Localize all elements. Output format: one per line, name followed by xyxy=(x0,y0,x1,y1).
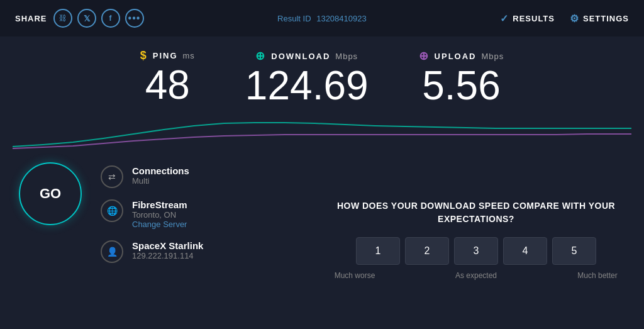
provider-icon: 👤 xyxy=(101,240,123,263)
connections-label: Connections xyxy=(132,165,189,176)
ping-metric: $ PING ms 48 xyxy=(140,49,195,106)
app-container: SHARE ⛓ 𝕏 f ••• Result ID 13208410923 ✓ … xyxy=(0,0,644,329)
connections-text: Connections Multi xyxy=(132,165,189,186)
result-id-section: Result ID 13208410923 xyxy=(277,14,367,23)
share-label: SHARE xyxy=(15,14,47,23)
isp-text: FibreStream Toronto, ON Change Server xyxy=(132,199,187,229)
isp-label: FibreStream xyxy=(132,199,187,210)
connections-icon: ⇄ xyxy=(101,165,123,188)
chart-svg xyxy=(13,112,631,150)
ping-unit: ms xyxy=(183,51,195,60)
rating-label-left: Much worse xyxy=(330,271,380,280)
rating-btn-3[interactable]: 3 xyxy=(454,237,498,265)
download-label-text: DOWNLOAD xyxy=(271,52,330,61)
download-metric: ⊕ DOWNLOAD Mbps 124.69 xyxy=(245,49,369,106)
link-share-button[interactable]: ⛓ xyxy=(53,9,72,28)
results-icon: ✓ xyxy=(500,13,509,25)
share-section: SHARE ⛓ 𝕏 f ••• xyxy=(15,9,144,28)
change-server-link[interactable]: Change Server xyxy=(132,220,187,229)
rating-btn-1[interactable]: 1 xyxy=(356,237,400,265)
isp-row: 🌐 FibreStream Toronto, ON Change Server xyxy=(101,199,203,229)
download-unit: Mbps xyxy=(335,52,358,61)
download-label: ⊕ DOWNLOAD Mbps xyxy=(245,49,369,63)
provider-label: SpaceX Starlink xyxy=(132,240,203,251)
speed-chart xyxy=(0,112,644,150)
connections-row: ⇄ Connections Multi xyxy=(101,165,203,188)
results-label: RESULTS xyxy=(513,14,555,23)
server-info: ⇄ Connections Multi 🌐 FibreStream Toront… xyxy=(101,162,203,263)
nav-section: ✓ RESULTS ⚙ SETTINGS xyxy=(500,13,629,25)
bottom-section: GO ⇄ Connections Multi 🌐 FibreStream Tor… xyxy=(0,150,644,329)
isp-icon: 🌐 xyxy=(101,199,123,222)
connections-value: Multi xyxy=(132,176,189,186)
ping-value: 48 xyxy=(140,65,195,105)
settings-label: SETTINGS xyxy=(583,14,629,23)
rating-btn-4[interactable]: 4 xyxy=(503,237,547,265)
settings-button[interactable]: ⚙ SETTINGS xyxy=(570,13,629,25)
twitter-share-button[interactable]: 𝕏 xyxy=(77,9,96,28)
result-id-value[interactable]: 13208410923 xyxy=(316,14,367,23)
rating-label-right: Much better xyxy=(572,271,623,280)
go-button[interactable]: GO xyxy=(19,162,82,225)
survey-question: HOW DOES YOUR DOWNLOAD SPEED COMPARE WIT… xyxy=(327,199,625,226)
rating-btn-2[interactable]: 2 xyxy=(405,237,449,265)
upload-label: ⊕ UPLOAD Mbps xyxy=(419,49,504,63)
upload-unit: Mbps xyxy=(482,52,504,61)
settings-icon: ⚙ xyxy=(570,13,579,25)
rating-label-center: As expected xyxy=(451,271,501,280)
upload-label-text: UPLOAD xyxy=(435,52,477,61)
provider-ip: 129.222.191.114 xyxy=(132,251,203,260)
ping-icon: $ xyxy=(140,49,148,62)
left-panel: GO ⇄ Connections Multi 🌐 FibreStream Tor… xyxy=(19,162,302,316)
rating-row: 1 2 3 4 5 xyxy=(327,237,625,265)
share-icons: ⛓ 𝕏 f ••• xyxy=(53,9,144,28)
metrics-bar: $ PING ms 48 ⊕ DOWNLOAD Mbps 124.69 ⊕ UP… xyxy=(0,36,644,112)
rating-btn-5[interactable]: 5 xyxy=(552,237,596,265)
upload-icon: ⊕ xyxy=(419,49,430,63)
provider-text: SpaceX Starlink 129.222.191.114 xyxy=(132,240,203,260)
download-icon: ⊕ xyxy=(255,49,266,63)
more-share-button[interactable]: ••• xyxy=(125,9,144,28)
download-value: 124.69 xyxy=(245,65,369,106)
results-button[interactable]: ✓ RESULTS xyxy=(500,13,555,25)
ping-label: $ PING ms xyxy=(140,49,195,62)
upload-value: 5.56 xyxy=(419,65,504,106)
facebook-share-button[interactable]: f xyxy=(101,9,120,28)
isp-location: Toronto, ON xyxy=(132,210,187,220)
survey-panel: HOW DOES YOUR DOWNLOAD SPEED COMPARE WIT… xyxy=(314,162,625,316)
provider-row: 👤 SpaceX Starlink 129.222.191.114 xyxy=(101,240,203,263)
rating-labels: Much worse As expected Much better xyxy=(327,271,625,280)
top-bar: SHARE ⛓ 𝕏 f ••• Result ID 13208410923 ✓ … xyxy=(0,0,644,36)
ping-label-text: PING xyxy=(153,51,178,60)
upload-metric: ⊕ UPLOAD Mbps 5.56 xyxy=(419,49,504,106)
result-id-label: Result ID xyxy=(277,14,311,23)
